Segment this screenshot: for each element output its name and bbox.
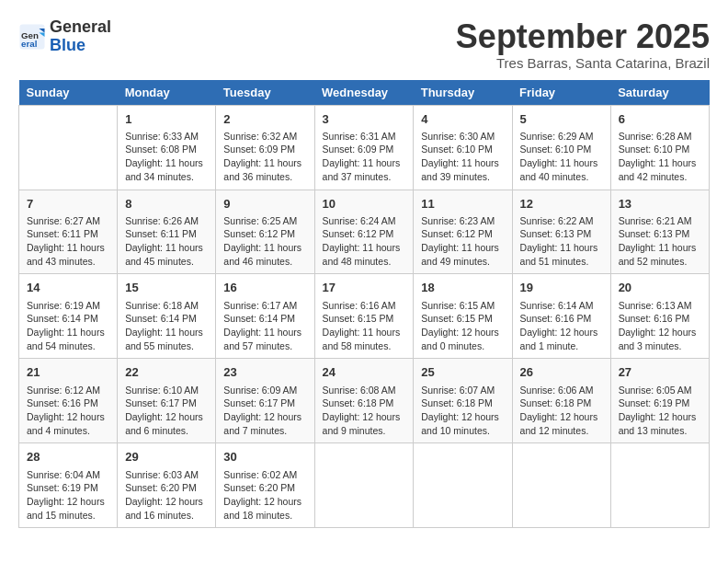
day-number: 13: [619, 196, 701, 213]
header-wednesday: Wednesday: [314, 80, 414, 106]
day-cell: 21Sunrise: 6:12 AMSunset: 6:16 PMDayligh…: [19, 359, 118, 443]
day-number: 24: [323, 364, 406, 381]
day-number: 23: [223, 364, 306, 381]
day-info: Sunrise: 6:29 AMSunset: 6:10 PMDaylight:…: [520, 130, 603, 184]
day-cell: 16Sunrise: 6:17 AMSunset: 6:14 PMDayligh…: [216, 274, 314, 359]
day-number: 29: [125, 449, 208, 465]
day-info: Sunrise: 6:27 AMSunset: 6:11 PMDaylight:…: [27, 214, 109, 269]
day-cell: 27Sunrise: 6:05 AMSunset: 6:19 PMDayligh…: [610, 359, 709, 443]
day-info: Sunrise: 6:17 AMSunset: 6:14 PMDaylight:…: [223, 299, 306, 353]
day-info: Sunrise: 6:18 AMSunset: 6:14 PMDaylight:…: [125, 299, 208, 353]
day-number: 10: [323, 196, 406, 213]
day-cell: 15Sunrise: 6:18 AMSunset: 6:14 PMDayligh…: [118, 274, 216, 359]
day-info: Sunrise: 6:19 AMSunset: 6:14 PMDaylight:…: [27, 299, 109, 353]
day-info: Sunrise: 6:10 AMSunset: 6:17 PMDaylight:…: [125, 384, 208, 438]
day-number: 20: [619, 280, 701, 296]
week-row-1: 7Sunrise: 6:27 AMSunset: 6:11 PMDaylight…: [19, 190, 710, 274]
day-info: Sunrise: 6:21 AMSunset: 6:13 PMDaylight:…: [619, 214, 701, 269]
day-info: Sunrise: 6:16 AMSunset: 6:15 PMDaylight:…: [323, 299, 406, 353]
day-number: 30: [223, 449, 306, 465]
day-cell: 24Sunrise: 6:08 AMSunset: 6:18 PMDayligh…: [314, 359, 414, 443]
day-info: Sunrise: 6:08 AMSunset: 6:18 PMDaylight:…: [323, 384, 406, 438]
day-cell: [314, 443, 414, 528]
day-number: 1: [125, 111, 208, 128]
day-info: Sunrise: 6:24 AMSunset: 6:12 PMDaylight:…: [323, 214, 406, 269]
title-block: September 2025 Tres Barras, Santa Catari…: [456, 18, 710, 71]
day-number: 28: [27, 449, 109, 465]
day-info: Sunrise: 6:22 AMSunset: 6:13 PMDaylight:…: [520, 214, 603, 269]
day-number: 8: [125, 196, 208, 213]
day-cell: 13Sunrise: 6:21 AMSunset: 6:13 PMDayligh…: [610, 190, 709, 274]
day-number: 6: [619, 111, 701, 128]
day-info: Sunrise: 6:14 AMSunset: 6:16 PMDaylight:…: [520, 299, 603, 353]
day-number: 25: [421, 364, 504, 381]
day-cell: 2Sunrise: 6:32 AMSunset: 6:09 PMDaylight…: [216, 105, 314, 190]
day-cell: 17Sunrise: 6:16 AMSunset: 6:15 PMDayligh…: [314, 274, 414, 359]
day-cell: 18Sunrise: 6:15 AMSunset: 6:15 PMDayligh…: [414, 274, 512, 359]
day-cell: [610, 443, 709, 528]
logo-icon: Gen eral: [18, 23, 46, 51]
calendar-table: SundayMondayTuesdayWednesdayThursdayFrid…: [18, 80, 710, 529]
day-cell: [512, 443, 610, 528]
day-info: Sunrise: 6:09 AMSunset: 6:17 PMDaylight:…: [223, 384, 306, 438]
day-cell: 28Sunrise: 6:04 AMSunset: 6:19 PMDayligh…: [19, 443, 118, 528]
day-info: Sunrise: 6:02 AMSunset: 6:20 PMDaylight:…: [223, 468, 306, 523]
day-number: 5: [520, 111, 603, 128]
day-cell: 3Sunrise: 6:31 AMSunset: 6:09 PMDaylight…: [314, 105, 414, 190]
day-cell: 4Sunrise: 6:30 AMSunset: 6:10 PMDaylight…: [414, 105, 512, 190]
day-cell: 1Sunrise: 6:33 AMSunset: 6:08 PMDaylight…: [118, 105, 216, 190]
day-number: 27: [619, 364, 701, 381]
day-info: Sunrise: 6:32 AMSunset: 6:09 PMDaylight:…: [223, 130, 306, 184]
day-info: Sunrise: 6:25 AMSunset: 6:12 PMDaylight:…: [223, 214, 306, 269]
calendar-header: SundayMondayTuesdayWednesdayThursdayFrid…: [19, 80, 710, 106]
svg-text:eral: eral: [21, 38, 38, 48]
logo: Gen eral General Blue: [18, 18, 111, 55]
day-number: 7: [27, 196, 109, 213]
day-info: Sunrise: 6:15 AMSunset: 6:15 PMDaylight:…: [421, 299, 504, 353]
day-info: Sunrise: 6:05 AMSunset: 6:19 PMDaylight:…: [619, 384, 701, 438]
logo-text: General Blue: [50, 18, 111, 55]
day-cell: 12Sunrise: 6:22 AMSunset: 6:13 PMDayligh…: [512, 190, 610, 274]
day-number: 15: [125, 280, 208, 296]
day-cell: 26Sunrise: 6:06 AMSunset: 6:18 PMDayligh…: [512, 359, 610, 443]
header-monday: Monday: [118, 80, 216, 106]
day-cell: [414, 443, 512, 528]
day-number: 3: [323, 111, 406, 128]
day-cell: 30Sunrise: 6:02 AMSunset: 6:20 PMDayligh…: [216, 443, 314, 528]
day-info: Sunrise: 6:28 AMSunset: 6:10 PMDaylight:…: [619, 130, 701, 184]
day-cell: 25Sunrise: 6:07 AMSunset: 6:18 PMDayligh…: [414, 359, 512, 443]
day-cell: 7Sunrise: 6:27 AMSunset: 6:11 PMDaylight…: [19, 190, 118, 274]
day-number: 26: [520, 364, 603, 381]
week-row-4: 28Sunrise: 6:04 AMSunset: 6:19 PMDayligh…: [19, 443, 710, 528]
day-cell: 8Sunrise: 6:26 AMSunset: 6:11 PMDaylight…: [118, 190, 216, 274]
day-cell: 29Sunrise: 6:03 AMSunset: 6:20 PMDayligh…: [118, 443, 216, 528]
day-cell: 11Sunrise: 6:23 AMSunset: 6:12 PMDayligh…: [414, 190, 512, 274]
day-info: Sunrise: 6:13 AMSunset: 6:16 PMDaylight:…: [619, 299, 701, 353]
day-cell: 23Sunrise: 6:09 AMSunset: 6:17 PMDayligh…: [216, 359, 314, 443]
day-number: 14: [27, 280, 109, 296]
day-info: Sunrise: 6:23 AMSunset: 6:12 PMDaylight:…: [421, 214, 504, 269]
day-info: Sunrise: 6:03 AMSunset: 6:20 PMDaylight:…: [125, 468, 208, 523]
day-number: 21: [27, 364, 109, 381]
day-info: Sunrise: 6:33 AMSunset: 6:08 PMDaylight:…: [125, 130, 208, 184]
day-info: Sunrise: 6:07 AMSunset: 6:18 PMDaylight:…: [421, 384, 504, 438]
week-row-2: 14Sunrise: 6:19 AMSunset: 6:14 PMDayligh…: [19, 274, 710, 359]
header-friday: Friday: [512, 80, 610, 106]
day-info: Sunrise: 6:30 AMSunset: 6:10 PMDaylight:…: [421, 130, 504, 184]
day-cell: 10Sunrise: 6:24 AMSunset: 6:12 PMDayligh…: [314, 190, 414, 274]
day-cell: 19Sunrise: 6:14 AMSunset: 6:16 PMDayligh…: [512, 274, 610, 359]
day-number: 9: [223, 196, 306, 213]
month-title: September 2025: [456, 18, 710, 55]
day-cell: 9Sunrise: 6:25 AMSunset: 6:12 PMDaylight…: [216, 190, 314, 274]
day-number: 19: [520, 280, 603, 296]
day-cell: 20Sunrise: 6:13 AMSunset: 6:16 PMDayligh…: [610, 274, 709, 359]
day-number: 2: [223, 111, 306, 128]
header-row: SundayMondayTuesdayWednesdayThursdayFrid…: [19, 80, 710, 106]
day-info: Sunrise: 6:26 AMSunset: 6:11 PMDaylight:…: [125, 214, 208, 269]
day-cell: 22Sunrise: 6:10 AMSunset: 6:17 PMDayligh…: [118, 359, 216, 443]
day-number: 4: [421, 111, 504, 128]
day-cell: 5Sunrise: 6:29 AMSunset: 6:10 PMDaylight…: [512, 105, 610, 190]
day-info: Sunrise: 6:04 AMSunset: 6:19 PMDaylight:…: [27, 468, 109, 523]
day-cell: 14Sunrise: 6:19 AMSunset: 6:14 PMDayligh…: [19, 274, 118, 359]
header-tuesday: Tuesday: [216, 80, 314, 106]
